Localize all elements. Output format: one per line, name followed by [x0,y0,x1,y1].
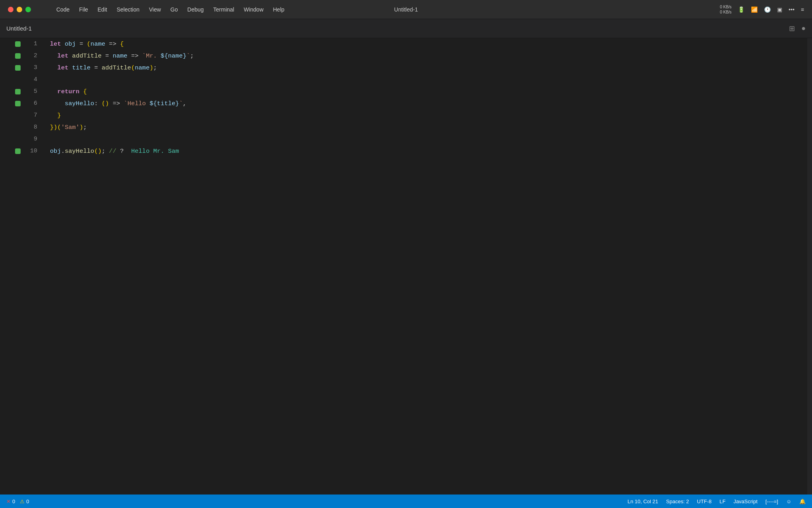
brace-open-1: { [120,38,124,50]
gutter-line-3[interactable] [0,62,24,74]
var-obj-10: obj [50,145,61,157]
arrow-2: => [127,50,142,62]
line-ending[interactable]: LF [720,498,726,504]
paren-3: ( [131,62,135,74]
menu-view[interactable]: View [145,5,165,14]
braces-close-8: }) [50,121,57,133]
menu-window[interactable]: Window [240,5,268,14]
breakpoint-3[interactable] [15,65,21,71]
line-num-10: 10 [24,145,44,157]
breakpoint-4 [15,77,21,83]
language-mode[interactable]: JavaScript [733,498,758,504]
op-2: = [102,50,113,62]
code-line-5[interactable]: return { [44,86,812,98]
code-line-10[interactable]: obj . sayHello () ; // ? Hello Mr. Sam [44,145,812,157]
menu-help[interactable]: Help [269,5,289,14]
network-info: 0 KB/s 0 KB/s [720,4,732,15]
tmpl-open-1: `Mr. [142,50,161,62]
breakpoint-6[interactable] [15,101,21,106]
menu-selection[interactable]: Selection [113,5,144,14]
str-sam: 'Sam' [61,121,80,133]
code-line-7[interactable]: } [44,110,812,121]
line-num-7: 7 [24,110,44,121]
gutter-line-6[interactable] [0,98,24,110]
breakpoint-5[interactable] [15,89,21,94]
titlebar-right: 0 KB/s 0 KB/s 🔋 📶 🕐 ▣ ••• ≡ [720,4,804,15]
line-num-1: 1 [24,38,44,50]
paren-open-6: () [102,98,109,110]
breakpoint-1[interactable] [15,41,21,47]
code-line-2[interactable]: let addTitle = name => `Mr. ${name} ` ; [44,50,812,62]
indent-6 [50,98,65,110]
breakpoint-2[interactable] [15,53,21,59]
menu-file[interactable]: File [75,5,92,14]
gutter-line-4[interactable] [0,74,24,86]
menu-edit[interactable]: Edit [94,5,111,14]
line-num-2: 2 [24,50,44,62]
error-icon: ✕ [6,498,11,504]
editor: 1 2 3 4 5 6 7 8 9 10 let obj = ( name =>… [0,38,812,495]
tab-filename[interactable]: Untitled-1 [6,25,32,32]
warning-count: 0 [26,498,29,504]
gutter-line-9[interactable] [0,133,24,145]
code-line-4[interactable] [44,74,812,86]
menu-terminal[interactable]: Terminal [209,5,238,14]
bell-icon[interactable]: 🔔 [799,498,806,504]
gutter-line-10[interactable] [0,145,24,157]
menu-code[interactable]: Code [52,5,73,14]
code-line-8[interactable]: }) ( 'Sam' ) ; [44,121,812,133]
gutter-line-2[interactable] [0,50,24,62]
code-editor[interactable]: let obj = ( name => { let addTitle = nam… [44,38,812,495]
fn-addtitle: addTitle [102,62,131,74]
line-num-8: 8 [24,121,44,133]
menu-go[interactable]: Go [167,5,182,14]
tmpl-close-6: ` [179,98,183,110]
tmpl-expr-6: ${title} [149,98,179,110]
space-3 [69,62,72,74]
code-line-9[interactable] [44,133,812,145]
indentation[interactable]: Spaces: 2 [666,498,689,504]
menu-debug[interactable]: Debug [184,5,208,14]
maximize-button[interactable] [25,7,31,12]
comment-10: // [105,145,120,157]
smiley-icon[interactable]: ☺ [786,498,791,504]
gutter-line-8[interactable] [0,121,24,133]
brace-close-7: } [57,110,61,121]
line-num-3: 3 [24,62,44,74]
cursor-position[interactable]: Ln 10, Col 21 [628,498,658,504]
indent-2 [50,50,57,62]
var-title: title [72,62,91,74]
error-count: 0 [12,498,15,504]
semi-3: ; [153,62,157,74]
comma-6: , [183,98,186,110]
code-line-3[interactable]: let title = addTitle ( name ) ; [44,62,812,74]
menu-apple[interactable] [43,8,51,11]
close-button[interactable] [8,7,13,12]
breakpoint-8 [15,125,21,130]
titlebar: Code File Edit Selection View Go Debug T… [0,0,812,19]
split-editor-icon[interactable]: ⊞ [789,24,795,33]
scrollbar[interactable] [807,38,812,495]
breakpoint-10[interactable] [15,148,21,154]
minimize-button[interactable] [17,7,22,12]
space-5 [79,86,83,98]
encoding[interactable]: UTF-8 [697,498,712,504]
breakpoint-7 [15,113,21,118]
more-options-icon[interactable]: ● [801,24,806,33]
keyword-let-3: let [57,62,69,74]
dot-10: . [61,145,65,157]
code-line-1[interactable]: let obj = ( name => { [44,38,812,50]
gutter-line-7[interactable] [0,110,24,121]
gutter-line-1[interactable] [0,38,24,50]
line-num-9: 9 [24,133,44,145]
gutter-line-5[interactable] [0,86,24,98]
code-line-6[interactable]: sayHello : () => `Hello ${title} ` , [44,98,812,110]
indent-3 [50,62,57,74]
paren-close-3: ) [149,62,153,74]
traffic-lights [8,7,31,12]
semi-8: ; [83,121,87,133]
status-left: ✕ 0 ⚠ 0 [6,498,29,504]
var-obj: obj [65,38,76,50]
paren-open-8: ( [57,121,61,133]
errors-indicator[interactable]: ✕ 0 ⚠ 0 [6,498,29,504]
